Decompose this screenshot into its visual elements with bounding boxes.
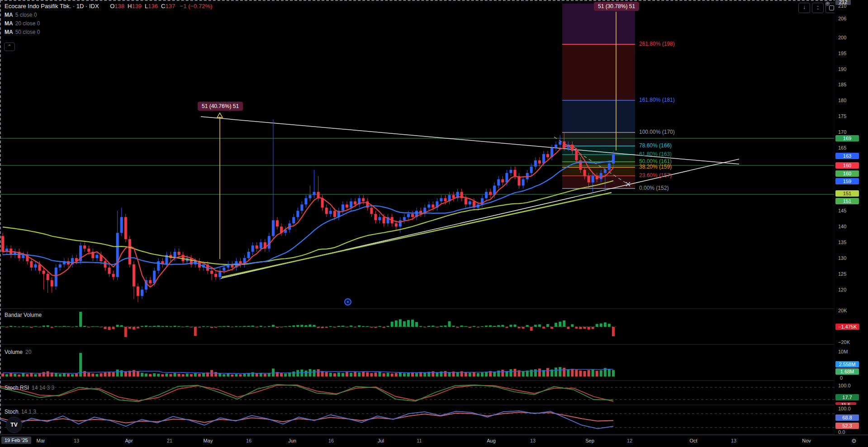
bandar-bar [91,326,94,327]
bandar-bar [169,326,172,327]
volume-bar [329,373,332,376]
bandar-bar [501,325,504,327]
bandar-bar [153,326,156,327]
stoch-legend[interactable]: Stoch14 1 3 [5,409,36,415]
bandar-bar [444,325,446,327]
bandar-bar [264,327,266,327]
volume-bar [477,373,479,376]
price-tick: 145 [838,208,846,213]
candle-body [427,204,430,207]
candle-body [223,268,225,271]
candle-body [59,264,62,268]
volume-bar [571,369,574,376]
arrow-down-icon[interactable]: ↓ [798,3,810,13]
time-tick: 21 [167,438,172,443]
collapse-icon[interactable]: ⌄⌃ [812,3,824,13]
volume-bar [481,372,484,376]
candle-body [559,141,561,145]
gear-icon[interactable]: ⚙ [851,438,857,444]
candle-body [292,217,295,223]
bandar-bar [38,327,41,327]
time-axis-start-badge: 19 Feb '25 [1,437,31,444]
candle-body [313,192,316,195]
bandar-bar [30,327,33,328]
volume-bar [432,371,434,376]
bandar-volume-legend[interactable]: Bandar Volume [5,312,42,318]
bandar-bar [292,325,295,327]
candle-body [370,207,373,214]
time-axis[interactable]: 19 Feb '25 Mar13Apr21May16Jun16Jul11Aug1… [0,435,868,447]
volume-bar [592,369,594,376]
bandar-bar [596,324,598,327]
candle-body [214,274,217,277]
volume-bar [14,374,16,376]
volume-params: 20 [25,349,31,355]
time-tick: Sep [585,438,594,443]
volume-bar [149,374,152,377]
bandar-bar [440,326,442,327]
candle-body [399,220,402,226]
chart-canvas[interactable] [0,0,868,447]
bandar-bar [350,325,352,327]
volume-bar [178,374,180,376]
candle-body [124,217,127,239]
bandar-bar [243,326,246,327]
volume-bar [161,374,164,376]
bandar-bar [149,326,152,327]
bandar-bar [567,327,569,329]
fib-label-top[interactable]: 51 (30.78%) 51 [594,2,639,11]
volume-bar [38,373,41,376]
trendline-support-lime[interactable] [222,193,612,277]
candle-body [116,233,119,277]
volume-bar [493,372,496,376]
bandar-bar [432,325,434,327]
volume-legend[interactable]: Volume20 [5,349,31,355]
bandar-bar [304,325,307,327]
volume-bar [43,372,45,376]
candle-body [555,145,557,148]
symbol-legend[interactable]: Ecocare Indo Pasifik Tbk. · 1D · IDX O13… [5,3,212,9]
volume-bar [198,374,201,376]
plus-circle-icon[interactable]: ⊕ [825,0,830,7]
volume-bar [509,369,512,376]
volume-bar [383,373,385,376]
bandar-bar [206,326,209,327]
volume-bar [522,371,525,376]
price-badge: 151 [835,190,859,197]
tradingview-logo[interactable]: TV [6,417,22,433]
candle-body [178,252,180,255]
bandar-bar [223,326,225,327]
bandar-bar [5,327,8,327]
bandar-bar [288,326,291,327]
candle-body [542,154,545,164]
ma5-legend[interactable]: MA5 close 0 [5,12,37,18]
volume-title: Volume [5,349,23,355]
fib-level-label: 61.80% (163) [639,151,672,157]
fib-level-label: 23.60% (157) [639,172,672,179]
chevron-up-icon[interactable]: ⌃ [4,42,15,51]
candle-body [120,217,123,233]
price-scale[interactable]: 212 210206200195190185180175170165145140… [835,0,868,434]
bandar-bar [71,327,74,327]
time-tick: Nov [802,438,811,443]
volume-bar [358,372,360,376]
fib-label-left[interactable]: 51 (40.76%) 51 [198,102,243,111]
volume-bar [342,373,344,376]
bandar-bar [202,326,205,327]
bandar-bar [26,326,28,327]
ma5-params: 5 close 0 [15,12,37,18]
ohlc-key: O [110,3,114,9]
candle-body [34,264,37,268]
bandar-bar [604,322,607,327]
candle-body [43,271,45,274]
bandar-bar [575,327,578,329]
ma20-legend[interactable]: MA20 close 0 [5,20,40,27]
stoch-rsi-legend[interactable]: Stoch RSI14 14 3 3 [5,385,54,391]
bandar-bar [592,327,594,329]
fib-band [562,167,635,176]
bandar-scale-top: 20K [838,308,847,313]
bandar-bar [387,326,389,327]
candle-body [411,214,414,217]
ma50-legend[interactable]: MA50 close 0 [5,29,40,35]
bandar-bar [124,327,127,337]
